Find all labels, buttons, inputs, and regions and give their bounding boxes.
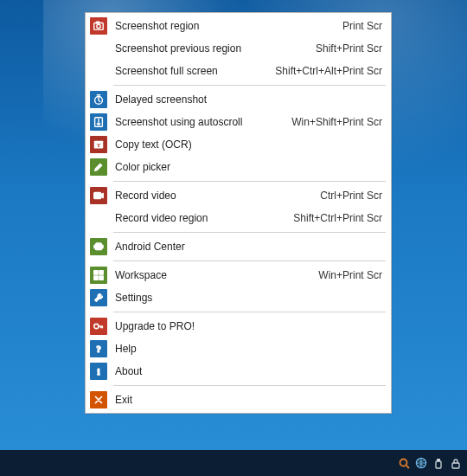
menu-item-label: Screenshot region [115,20,336,32]
menu-icon-slot [89,186,108,205]
menu-icon-slot [89,237,108,256]
menu-icon-slot [89,390,108,409]
menu-item-label: Screenshot full screen [115,65,268,77]
menu-item-label: Color picker [115,161,375,173]
menu-icon-slot [89,209,108,228]
menu-item-settings[interactable]: Settings [86,286,391,309]
menu-item-screenshot-full[interactable]: Screenshot full screenShift+Ctrl+Alt+Pri… [86,60,391,82]
video-icon [90,187,107,204]
menu-item-shortcut: Win+Shift+Print Scr [291,116,382,128]
menu-item-label: Help [115,343,375,355]
menu-separator [113,85,386,86]
menu-separator [113,312,386,312]
menu-icon-slot [89,266,108,285]
menu-item-label: Settings [115,292,375,304]
menu-icon-slot [89,362,108,381]
menu-icon-slot [89,113,108,132]
menu-icon-slot [89,339,108,358]
menu-item-workspace[interactable]: WorkspaceWin+Print Scr [86,264,391,286]
menu-item-shortcut: Shift+Print Scr [316,42,382,55]
autoscroll-icon [90,113,107,131]
menu-icon-slot [89,61,108,80]
menu-item-color-picker[interactable]: Color picker [86,156,391,178]
menu-item-shortcut: Win+Print Scr [318,269,382,281]
wrench-icon [90,289,107,306]
camera-icon [90,17,107,35]
menu-separator [113,261,386,261]
globe-icon[interactable] [415,457,427,469]
taskbar [0,450,467,476]
menu-item-label: Workspace [115,269,311,281]
menu-item-shortcut: Shift+Ctrl+Print Scr [293,212,382,224]
menu-item-screenshot-region[interactable]: Screenshot regionPrint Scr [86,15,391,37]
menu-separator [113,232,386,233]
menu-item-shortcut: Print Scr [342,20,382,32]
help-icon [90,340,107,357]
info-icon [90,363,107,380]
menu-icon-slot [89,16,108,35]
menu-separator [113,385,386,386]
menu-item-label: Exit [115,394,375,406]
menu-item-delayed-screenshot[interactable]: Delayed screenshot [86,88,391,111]
lock-icon[interactable] [450,457,462,469]
menu-item-shortcut: Shift+Ctrl+Alt+Print Scr [275,65,382,77]
stopwatch-icon [90,91,107,108]
close-icon [90,391,107,408]
android-icon [90,238,107,255]
key-icon [90,318,107,335]
menu-icon-slot [89,39,108,58]
menu-item-label: Android Center [115,241,375,253]
menu-separator [113,181,386,182]
menu-item-label: Screenshot using autoscroll [115,116,285,128]
context-menu: Screenshot regionPrint ScrScreenshot pre… [85,12,392,414]
search-icon[interactable] [398,457,410,469]
menu-item-upgrade-pro[interactable]: Upgrade to PRO! [86,315,391,338]
menu-item-label: Screenshot previous region [115,42,309,55]
menu-item-help[interactable]: Help [86,338,391,360]
menu-item-copy-text-ocr[interactable]: Copy text (OCR) [86,133,391,156]
usb-icon[interactable] [432,457,445,469]
menu-icon-slot [89,158,108,177]
menu-item-screenshot-autoscroll[interactable]: Screenshot using autoscrollWin+Shift+Pri… [86,111,391,133]
workspace-icon [90,267,107,284]
menu-item-label: Record video [115,190,313,202]
menu-item-label: Upgrade to PRO! [115,320,375,332]
menu-item-screenshot-previous[interactable]: Screenshot previous regionShift+Print Sc… [86,37,391,60]
menu-icon-slot [89,317,108,336]
menu-icon-slot [89,288,108,307]
menu-item-shortcut: Ctrl+Print Scr [320,190,382,202]
menu-icon-slot [89,135,108,154]
menu-item-android-center[interactable]: Android Center [86,235,391,258]
menu-item-record-video-region[interactable]: Record video regionShift+Ctrl+Print Scr [86,207,391,229]
menu-item-label: Record video region [115,212,286,224]
menu-icon-slot [89,90,108,109]
menu-item-exit[interactable]: Exit [86,389,391,411]
menu-item-record-video[interactable]: Record videoCtrl+Print Scr [86,184,391,207]
menu-item-label: Delayed screenshot [115,93,375,106]
menu-item-label: Copy text (OCR) [115,138,375,151]
menu-item-label: About [115,365,375,377]
eyedropper-icon [90,158,107,176]
ocr-icon [90,136,107,153]
menu-item-about[interactable]: About [86,360,391,383]
